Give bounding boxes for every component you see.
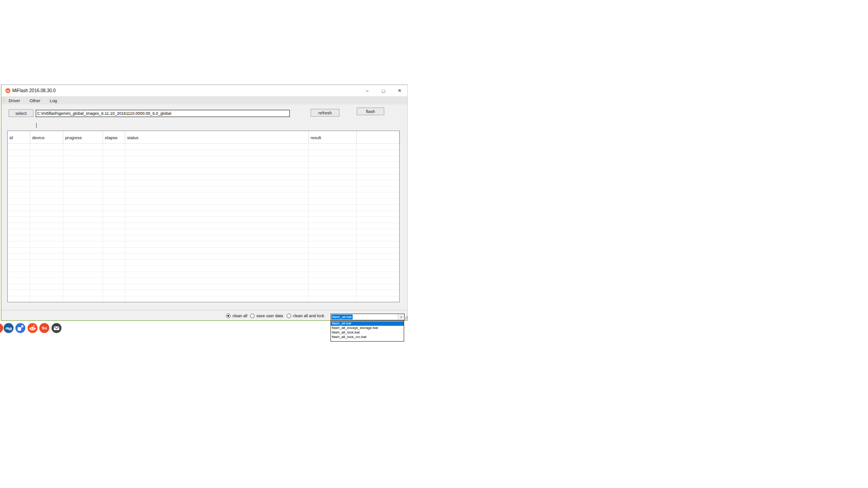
image-path-input[interactable] xyxy=(36,110,290,117)
column-header-id[interactable]: id xyxy=(8,131,30,144)
column-header-result[interactable]: result xyxy=(309,131,357,144)
table-row xyxy=(8,150,399,156)
title-bar[interactable]: mi MiFlash 2016.08.30.0 –□✕ xyxy=(1,85,407,96)
table-column-line xyxy=(125,144,125,302)
digg-icon[interactable]: digg xyxy=(4,323,14,333)
script-dropdown-list: flash_all.batflash_all_except_storage.ba… xyxy=(330,320,404,342)
stray-caret xyxy=(36,123,37,128)
table-row xyxy=(8,162,399,169)
device-table-body xyxy=(8,144,399,302)
table-row xyxy=(8,205,399,211)
column-header-blank[interactable] xyxy=(357,131,400,144)
table-row xyxy=(8,235,399,242)
minimize-button[interactable]: – xyxy=(360,85,374,96)
menu-item-other[interactable]: Other xyxy=(29,98,40,103)
dropdown-item-flash_all_lock_crc.bat[interactable]: flash_all_lock_crc.bat xyxy=(331,335,404,339)
reddit-icon[interactable] xyxy=(28,323,38,333)
radio-label: clean all xyxy=(232,314,247,318)
table-row xyxy=(8,187,399,193)
miflash-app-icon: mi xyxy=(5,88,10,93)
table-row xyxy=(8,192,399,199)
maximize-button[interactable]: □ xyxy=(377,85,390,96)
page-background: mi MiFlash 2016.08.30.0 –□✕ DriverOtherL… xyxy=(0,0,868,488)
dropdown-item-flash_all.bat[interactable]: flash_all.bat xyxy=(331,321,404,326)
column-header-progress[interactable]: progress xyxy=(63,131,103,144)
menu-bar: DriverOtherLog xyxy=(1,96,407,104)
table-row xyxy=(8,180,399,187)
flash-button[interactable]: flash xyxy=(357,108,384,115)
device-table: iddeviceprogresselapsestatusresult xyxy=(7,131,400,302)
table-row xyxy=(8,248,399,254)
radio-clean-all[interactable]: clean all xyxy=(226,313,247,319)
chevron-down-icon[interactable]: ∨ xyxy=(398,314,404,320)
menu-item-driver[interactable]: Driver xyxy=(9,98,20,103)
table-row xyxy=(8,156,399,162)
script-combobox-value: flash_all.bat xyxy=(331,314,353,319)
refresh-button[interactable]: refresh xyxy=(311,109,340,117)
radio-label: clean all and lock xyxy=(293,314,324,318)
email-icon[interactable] xyxy=(52,323,61,333)
table-row xyxy=(8,217,399,223)
delicious-icon[interactable] xyxy=(15,323,25,333)
table-row xyxy=(8,229,399,235)
column-header-device[interactable]: device xyxy=(30,131,63,144)
table-row xyxy=(8,174,399,181)
table-row xyxy=(8,272,399,278)
close-button[interactable]: ✕ xyxy=(393,85,406,96)
table-row xyxy=(8,223,399,230)
select-button[interactable]: select xyxy=(9,109,33,117)
table-row xyxy=(8,266,399,272)
table-row xyxy=(8,211,399,217)
table-row xyxy=(8,253,399,260)
table-column-line xyxy=(356,144,357,302)
device-table-header: iddeviceprogresselapsestatusresult xyxy=(8,131,399,144)
table-row xyxy=(8,284,399,291)
menu-item-log[interactable]: Log xyxy=(50,98,57,103)
miflash-window: mi MiFlash 2016.08.30.0 –□✕ DriverOtherL… xyxy=(1,84,408,321)
stumbleupon-icon[interactable]: Su xyxy=(39,323,49,333)
partial-share-icon[interactable] xyxy=(0,323,3,333)
table-row xyxy=(8,168,399,174)
radio-label: save user data xyxy=(256,314,283,318)
dropdown-item-flash_all_lock.bat[interactable]: flash_all_lock.bat xyxy=(331,330,404,335)
radio-save-user-data[interactable]: save user data xyxy=(250,313,283,319)
script-combobox[interactable]: flash_all.bat ∨ xyxy=(330,314,405,320)
radio-circle-icon xyxy=(226,314,231,318)
footer-separator xyxy=(1,310,407,310)
table-column-line xyxy=(103,144,103,302)
table-row xyxy=(8,296,399,302)
table-row xyxy=(8,290,399,296)
table-row xyxy=(8,144,399,150)
dropdown-item-flash_all_except_storage.bat[interactable]: flash_all_except_storage.bat xyxy=(331,326,404,330)
table-row xyxy=(8,260,399,266)
table-row xyxy=(8,199,399,205)
menu-drag-grip-icon[interactable] xyxy=(3,98,5,103)
radio-circle-icon xyxy=(250,314,255,318)
column-header-status[interactable]: status xyxy=(125,131,309,144)
table-row xyxy=(8,241,399,248)
digg-label: digg xyxy=(5,326,12,330)
radio-circle-icon xyxy=(287,314,291,318)
table-row xyxy=(8,278,399,284)
stumbleupon-label: Su xyxy=(42,326,47,330)
radio-clean-all-and-lock[interactable]: clean all and lock xyxy=(287,313,324,319)
window-resize-grip-icon[interactable] xyxy=(404,319,405,319)
window-title: MiFlash 2016.08.30.0 xyxy=(12,88,56,93)
table-column-line xyxy=(308,144,309,302)
table-column-line xyxy=(63,144,63,302)
table-column-line xyxy=(30,144,30,302)
column-header-elapse[interactable]: elapse xyxy=(103,131,125,144)
